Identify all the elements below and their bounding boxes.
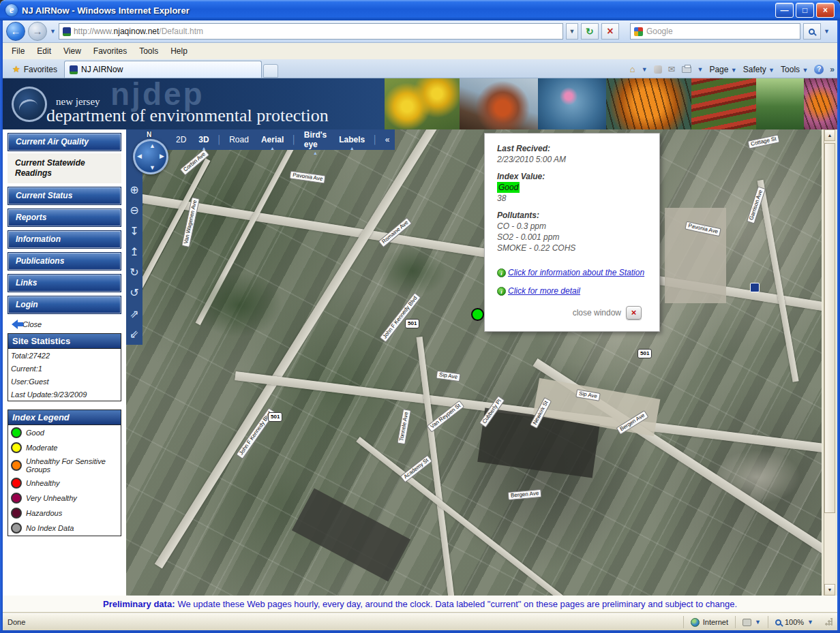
street-label-tonnele-ave: Tonnele Ave xyxy=(397,409,411,445)
sidebar-item-reports[interactable]: Reports xyxy=(7,209,121,227)
link-click-for-more-detail[interactable]: Click for more detail xyxy=(508,285,580,296)
map-mode-2d[interactable]: 2D xyxy=(176,135,186,144)
map-mode-3d[interactable]: 3D▲ xyxy=(198,135,209,144)
sidebar-item-current-statewide-readings[interactable]: Current Statewide Readings xyxy=(7,153,121,183)
sidebar-item-information[interactable]: Information xyxy=(7,230,121,249)
protected-mode-caret[interactable]: ▼ xyxy=(755,619,761,626)
compass-north-label: N xyxy=(147,131,151,138)
status-bar: Done Internet ▼ 100% ▼ xyxy=(3,613,837,630)
station-marker-good[interactable] xyxy=(471,308,484,321)
aerial-map[interactable]: Corbin AvePavonia AveVan Wagenen AveRoma… xyxy=(126,129,822,596)
photo-park xyxy=(756,78,804,129)
tab-title: NJ AIRNow xyxy=(81,65,123,74)
photo-butterfly xyxy=(804,78,837,129)
tab-nj-airnow[interactable]: NJ AIRNow xyxy=(64,61,262,78)
home-icon[interactable]: ⌂ xyxy=(630,64,635,74)
menu-favorites[interactable]: Favorites xyxy=(87,44,133,58)
map-tool-rotate-right-icon[interactable]: ↻ xyxy=(126,262,142,283)
zoom-caret[interactable]: ▼ xyxy=(807,619,813,626)
mail-icon[interactable]: ✉ xyxy=(668,64,676,74)
site-statistics-title: Site Statistics xyxy=(8,334,121,349)
safety-menu[interactable]: Safety ▼ xyxy=(743,65,775,74)
last-received-label: Last Recived: xyxy=(497,143,652,154)
sidebar-item-current-status[interactable]: Current Status xyxy=(7,187,121,205)
sidebar-item-login[interactable]: Login xyxy=(7,296,121,314)
home-caret[interactable]: ▼ xyxy=(642,66,648,73)
menu-edit[interactable]: Edit xyxy=(31,44,57,58)
menu-help[interactable]: Help xyxy=(164,44,194,58)
sidebar-close-button[interactable]: Close xyxy=(7,320,122,329)
station-info-popup: Last Recived: 2/23/2010 5:00 AM Index Va… xyxy=(484,133,660,332)
menu-bar: FileEditViewFavoritesToolsHelp xyxy=(3,43,837,59)
print-icon[interactable] xyxy=(682,66,691,73)
map-mode-labels[interactable]: Labels▲ xyxy=(339,135,365,144)
scroll-up-icon[interactable]: ▲ xyxy=(824,129,835,141)
sidebar: Current Air QualityCurrent Statewide Rea… xyxy=(3,129,126,596)
overflow-chevron-icon[interactable]: » xyxy=(830,65,835,74)
info-icon: i xyxy=(497,287,506,296)
preliminary-data-prefix: Preliminary data: xyxy=(103,599,175,609)
help-icon[interactable]: ? xyxy=(814,65,824,74)
map-tool-zoom-out-icon[interactable]: ⊖ xyxy=(126,200,142,221)
pollutant-line: SO2 - 0.001 ppm xyxy=(497,232,652,243)
map-mode-aerial[interactable]: Aerial▲ xyxy=(261,135,284,144)
map-tool-tilt-down-icon[interactable]: ⇙ xyxy=(126,324,142,345)
address-bar: ← → ▼ http://www.njaqinow.net/Default.ht… xyxy=(3,20,837,43)
url-dropdown[interactable]: ▼ xyxy=(566,23,578,40)
recent-pages-caret[interactable]: ▼ xyxy=(50,28,56,35)
map-mode-[interactable]: « xyxy=(385,135,390,144)
stop-button[interactable]: × xyxy=(601,23,619,40)
popup-link-row: iClick for more detail xyxy=(497,285,652,296)
sidebar-nav: Current Air QualityCurrent Statewide Rea… xyxy=(3,133,126,314)
popup-close-button[interactable]: × xyxy=(626,306,642,320)
legend-item-very-unhealthy: Very Unhealthy xyxy=(8,491,121,506)
maximize-button[interactable]: □ xyxy=(796,3,814,18)
scrollbar-thumb[interactable] xyxy=(824,143,835,513)
new-tab-button[interactable] xyxy=(263,64,278,78)
tools-menu[interactable]: Tools ▼ xyxy=(781,65,808,74)
title-bar[interactable]: e NJ AIRNow - Windows Internet Explorer … xyxy=(0,0,840,20)
menu-file[interactable]: File xyxy=(5,44,31,58)
protected-mode-icon[interactable] xyxy=(742,619,751,626)
search-input[interactable]: Google xyxy=(630,23,800,40)
vertical-scrollbar[interactable]: ▲ ▼ xyxy=(824,129,835,596)
photo-robin xyxy=(460,78,538,129)
map-mode-bird-s-eye[interactable]: Bird's eye▲ xyxy=(304,130,327,149)
legend-item-unhealthy-for-sensitive-groups: Unhealthy For Sensitive Groups xyxy=(8,455,121,476)
menu-view[interactable]: View xyxy=(57,44,87,58)
command-bar: ⌂ ▼ ✉ ▼ Page ▼ Safety ▼ Tools ▼ ? » xyxy=(630,64,835,78)
map-tool-rotate-left-icon[interactable]: ↺ xyxy=(126,283,142,303)
search-button[interactable] xyxy=(803,23,821,40)
compass-control[interactable]: ▲ ▼ ◀ ▶ xyxy=(133,139,168,174)
map-tool-zoom-in-icon[interactable]: ⊕ xyxy=(126,180,142,200)
rss-icon[interactable] xyxy=(654,65,662,74)
page-menu[interactable]: Page ▼ xyxy=(709,65,736,74)
resize-grip[interactable] xyxy=(824,618,832,626)
nj-transit-icon xyxy=(750,283,760,292)
sidebar-item-current-air-quality[interactable]: Current Air Quality xyxy=(7,133,121,151)
forward-button[interactable]: → xyxy=(28,22,47,41)
route-shield-501: 501 xyxy=(268,412,282,422)
zoom-icon[interactable] xyxy=(775,619,781,626)
url-field[interactable]: http://www.njaqinow.net/Default.htm xyxy=(59,23,563,40)
sidebar-item-publications[interactable]: Publications xyxy=(7,252,121,271)
window-border-bottom xyxy=(0,630,840,633)
map-tool-altitude-down-icon[interactable]: ↧ xyxy=(126,221,142,242)
route-shield-501: 501 xyxy=(638,349,652,358)
print-caret[interactable]: ▼ xyxy=(698,66,704,73)
sidebar-item-links[interactable]: Links xyxy=(7,274,121,292)
site-statistics-box: Site Statistics Total:27422Current:1User… xyxy=(7,333,121,401)
minimize-button[interactable]: — xyxy=(775,3,794,18)
close-button[interactable]: × xyxy=(816,3,835,18)
map-tool-tilt-up-icon[interactable]: ⇗ xyxy=(126,304,142,324)
menu-tools[interactable]: Tools xyxy=(133,44,164,58)
map-tool-altitude-up-icon[interactable]: ↥ xyxy=(126,242,142,262)
refresh-button[interactable]: ↻ xyxy=(581,23,599,40)
link-click-for-information-about-the-station[interactable]: Click for information about the Station xyxy=(508,267,644,278)
back-button[interactable]: ← xyxy=(6,22,25,41)
scroll-down-icon[interactable]: ▼ xyxy=(824,584,835,596)
favorites-button[interactable]: ★ Favorites xyxy=(5,61,64,78)
photo-daffodils xyxy=(385,78,460,129)
map-mode-road[interactable]: Road xyxy=(229,135,249,144)
search-options-caret[interactable]: ▼ xyxy=(824,28,830,35)
